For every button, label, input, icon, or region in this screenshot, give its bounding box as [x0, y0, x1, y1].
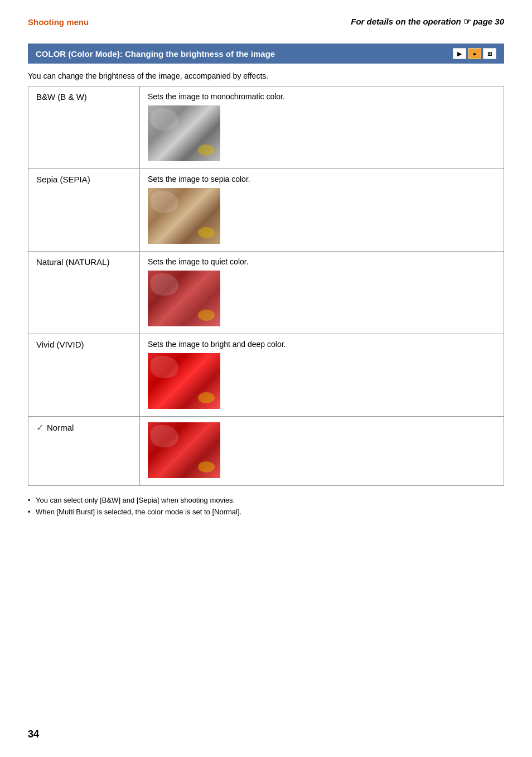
- table-row: Vivid (VIVID)Sets the image to bright an…: [28, 334, 504, 417]
- color-mode-name: Natural (NATURAL): [36, 257, 132, 267]
- shooting-menu-label: Shooting menu: [28, 17, 89, 27]
- color-mode-image-sepia: [148, 188, 220, 244]
- color-mode-name-cell: Natural (NATURAL): [28, 252, 140, 334]
- table-row: Natural (NATURAL)Sets the image to quiet…: [28, 252, 504, 334]
- play-icon: ▶: [453, 48, 466, 59]
- table-row: Sepia (SEPIA)Sets the image to sepia col…: [28, 169, 504, 252]
- color-mode-name-cell: Vivid (VIVID): [28, 334, 140, 417]
- note-item: You can select only [B&W] and [Sepia] wh…: [28, 495, 504, 507]
- section-title-bar: COLOR (Color Mode): Changing the brightn…: [28, 44, 504, 64]
- color-mode-desc-cell: Sets the image to bright and deep color.: [140, 334, 504, 417]
- color-mode-desc-cell: Sets the image to sepia color.: [140, 169, 504, 252]
- intro-text: You can change the brightness of the ima…: [28, 71, 504, 80]
- page-header: Shooting menu For details on the operati…: [28, 17, 504, 27]
- table-row: ✓Normal: [28, 417, 504, 486]
- color-mode-description: Sets the image to monochromatic color.: [148, 92, 496, 101]
- notes-list: You can select only [B&W] and [Sepia] wh…: [28, 495, 504, 518]
- color-mode-name-cell: B&W (B & W): [28, 86, 140, 169]
- color-mode-image-vivid: [148, 353, 220, 409]
- color-mode-name-cell: ✓Normal: [28, 417, 140, 486]
- operation-ref: For details on the operation ☞ page 30: [351, 17, 504, 27]
- color-mode-name: ✓Normal: [36, 422, 132, 433]
- color-mode-name: B&W (B & W): [36, 92, 132, 102]
- note-item: When [Multi Burst] is selected, the colo…: [28, 507, 504, 518]
- color-mode-name: Vivid (VIVID): [36, 340, 132, 349]
- section-title: COLOR (Color Mode): Changing the brightn…: [36, 49, 275, 59]
- color-mode-desc-cell: Sets the image to quiet color.: [140, 252, 504, 334]
- multi-icon: ⊞: [483, 48, 496, 59]
- color-mode-name: Sepia (SEPIA): [36, 175, 132, 184]
- color-mode-description: Sets the image to bright and deep color.: [148, 340, 496, 349]
- ref-icon: ☞: [463, 17, 473, 26]
- color-mode-image-bw: [148, 105, 220, 161]
- color-mode-desc-cell: Sets the image to monochromatic color.: [140, 86, 504, 169]
- default-checkmark-icon: ✓: [36, 422, 43, 433]
- color-mode-name-cell: Sepia (SEPIA): [28, 169, 140, 252]
- color-mode-image-natural: [148, 271, 220, 326]
- page-number: 34: [28, 729, 39, 740]
- color-mode-description: Sets the image to sepia color.: [148, 175, 496, 184]
- color-mode-description: Sets the image to quiet color.: [148, 257, 496, 266]
- color-mode-image-normal: [148, 422, 220, 478]
- title-icons: ▶ ● ⊞: [453, 48, 496, 59]
- camera-icon: ●: [468, 48, 481, 59]
- color-table: B&W (B & W)Sets the image to monochromat…: [28, 86, 504, 486]
- color-mode-desc-cell: [140, 417, 504, 486]
- table-row: B&W (B & W)Sets the image to monochromat…: [28, 86, 504, 169]
